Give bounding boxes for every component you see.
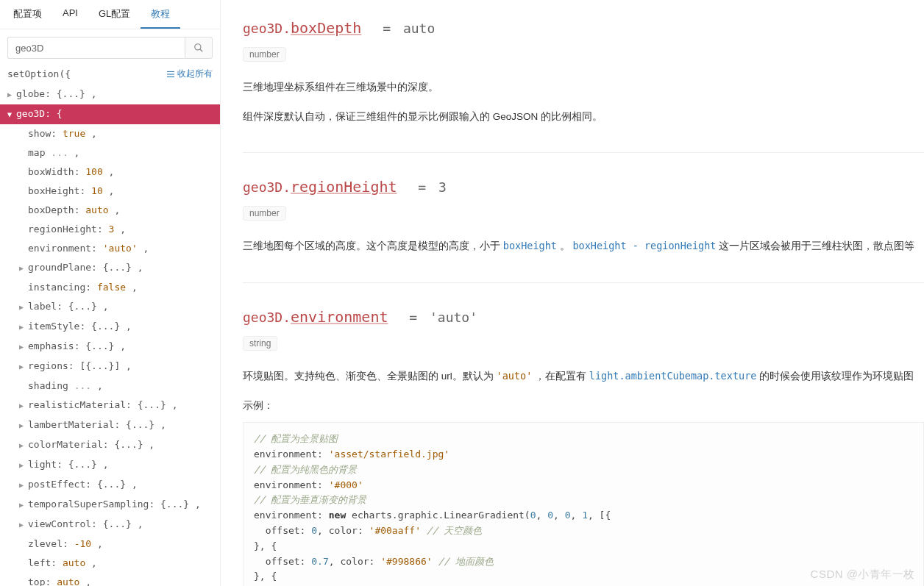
tree-item-left[interactable]: left: auto , [0, 554, 220, 573]
collapse-all-label: 收起所有 [177, 68, 213, 80]
search-icon [193, 43, 204, 53]
tree-item-show[interactable]: show: true , [0, 124, 220, 143]
main-content: geo3D.boxDepth = autonumber三维地理坐标系组件在三维场… [221, 0, 924, 586]
svg-line-1 [200, 49, 203, 52]
entry-heading: geo3D.regionHeight = 3 [243, 178, 924, 196]
entry-desc: 三维地图每个区域的高度。这个高度是模型的高度，小于 boxHeight 。 bo… [243, 237, 924, 256]
caret-icon: ▶ [19, 518, 26, 532]
entry-name[interactable]: boxDepth [291, 19, 361, 37]
option-tree: ▶globe: {...} ,▼geo3D: {show: true ,map … [0, 85, 220, 586]
caret-icon: ▶ [19, 399, 26, 413]
entry-prefix[interactable]: geo3D. [243, 21, 291, 36]
collapse-all-link[interactable]: 收起所有 [166, 68, 213, 80]
tree-item-map[interactable]: map ... , [0, 143, 220, 162]
entry-name[interactable]: environment [291, 308, 388, 326]
tree-item-boxWidth[interactable]: boxWidth: 100 , [0, 162, 220, 182]
tree-item-geo3D[interactable]: ▼geo3D: { [0, 104, 220, 124]
caret-icon: ▶ [19, 478, 26, 493]
caret-icon: ▶ [19, 458, 26, 473]
caret-icon: ▶ [19, 320, 26, 335]
tree-item-lambertMaterial[interactable]: ▶lambertMaterial: {...} , [0, 415, 220, 435]
entry-default: 3 [438, 179, 447, 195]
tab-API[interactable]: API [52, 0, 88, 29]
entry-heading: geo3D.boxDepth = auto [243, 19, 924, 37]
entry-name[interactable]: regionHeight [291, 178, 397, 196]
tree-item-groundPlane[interactable]: ▶groundPlane: {...} , [0, 258, 220, 278]
tree-item-temporalSuperSampling[interactable]: ▶temporalSuperSampling: {...} , [0, 495, 220, 515]
tab-GL配置[interactable]: GL配置 [88, 0, 141, 29]
tree-item-regionHeight[interactable]: regionHeight: 3 , [0, 220, 220, 239]
tree-item-instancing[interactable]: instancing: false , [0, 278, 220, 297]
caret-icon: ▶ [19, 300, 26, 315]
tree-item-boxHeight[interactable]: boxHeight: 10 , [0, 182, 220, 201]
caret-icon: ▶ [7, 87, 15, 102]
caret-icon: ▶ [19, 498, 26, 512]
entry-environment: geo3D.environment = 'auto'string环境贴图。支持纯… [243, 308, 924, 586]
entry-desc: 三维地理坐标系组件在三维场景中的深度。 [243, 78, 924, 97]
setoption-row: setOption({ 收起所有 [0, 65, 220, 85]
entry-regionHeight: geo3D.regionHeight = 3number三维地图每个区域的高度。… [243, 178, 924, 283]
tree-item-emphasis[interactable]: ▶emphasis: {...} , [0, 337, 220, 357]
caret-icon: ▶ [19, 360, 26, 374]
tree-item-colorMaterial[interactable]: ▶colorMaterial: {...} , [0, 435, 220, 455]
type-badge: number [243, 47, 286, 62]
collapse-icon [166, 71, 175, 78]
tree-item-label[interactable]: ▶label: {...} , [0, 297, 220, 317]
entries: geo3D.boxDepth = autonumber三维地理坐标系组件在三维场… [243, 19, 924, 586]
tree-item-viewControl[interactable]: ▶viewControl: {...} , [0, 515, 220, 535]
search-input[interactable] [7, 37, 185, 59]
watermark: CSDN @小青年一枚 [811, 568, 915, 582]
entry-boxDepth: geo3D.boxDepth = autonumber三维地理坐标系组件在三维场… [243, 19, 924, 153]
caret-icon: ▶ [19, 340, 26, 354]
type-badge: string [243, 336, 277, 351]
tree-item-realisticMaterial[interactable]: ▶realisticMaterial: {...} , [0, 396, 220, 415]
tab-配置项[interactable]: 配置项 [3, 0, 52, 29]
setoption-label: setOption({ [7, 68, 71, 79]
tree-item-top[interactable]: top: auto , [0, 573, 220, 586]
tree-item-itemStyle[interactable]: ▶itemStyle: {...} , [0, 317, 220, 337]
type-badge: number [243, 206, 286, 221]
sidebar: 配置项APIGL配置教程 setOption({ 收起所有 ▶globe: {.… [0, 0, 221, 586]
entry-desc: 组件深度默认自动，保证三维组件的显示比例跟输入的 GeoJSON 的比例相同。 [243, 107, 924, 126]
caret-icon: ▶ [19, 438, 26, 453]
caret-icon: ▼ [7, 107, 15, 122]
tree-item-light[interactable]: ▶light: {...} , [0, 455, 220, 475]
tree-item-regions[interactable]: ▶regions: [{...}] , [0, 357, 220, 376]
entry-desc: 示例： [243, 396, 924, 415]
caret-icon: ▶ [19, 418, 26, 433]
svg-point-0 [195, 44, 201, 50]
tree-item-shading[interactable]: shading ... , [0, 376, 220, 396]
entry-desc: 环境贴图。支持纯色、渐变色、全景贴图的 url。默认为 'auto' ，在配置有… [243, 367, 924, 386]
entry-heading: geo3D.environment = 'auto' [243, 308, 924, 326]
entry-prefix[interactable]: geo3D. [243, 179, 291, 195]
entry-default: 'auto' [430, 310, 477, 325]
tree-item-zlevel[interactable]: zlevel: -10 , [0, 535, 220, 554]
code-example: // 配置为全景贴图 environment: 'asset/starfield… [243, 422, 924, 586]
tabs: 配置项APIGL配置教程 [0, 0, 220, 29]
entry-default: auto [403, 21, 435, 36]
tree-item-postEffect[interactable]: ▶postEffect: {...} , [0, 475, 220, 495]
tree-item-environment[interactable]: environment: 'auto' , [0, 239, 220, 258]
search-row [0, 29, 220, 65]
entry-prefix[interactable]: geo3D. [243, 310, 291, 325]
caret-icon: ▶ [19, 261, 26, 276]
search-button[interactable] [185, 37, 213, 59]
tree-item-globe[interactable]: ▶globe: {...} , [0, 85, 220, 104]
tree-item-boxDepth[interactable]: boxDepth: auto , [0, 201, 220, 220]
tab-教程[interactable]: 教程 [141, 0, 180, 29]
